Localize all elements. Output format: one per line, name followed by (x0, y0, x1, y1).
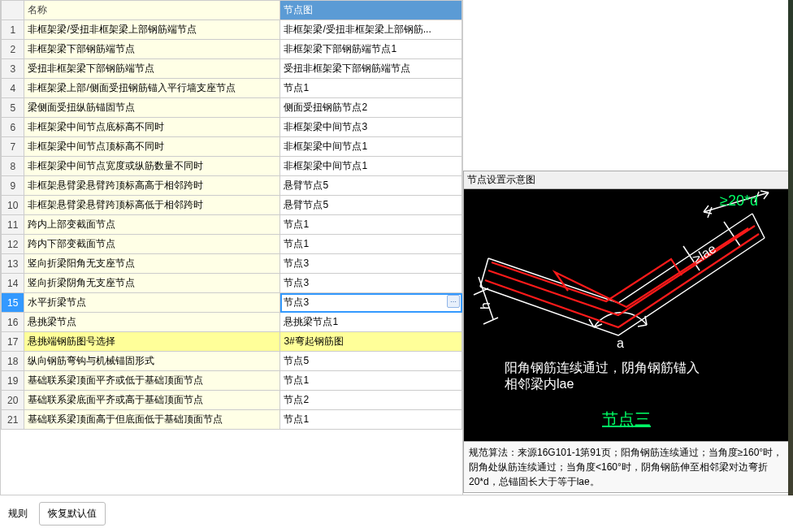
row-node-value[interactable]: 节点3 (280, 274, 462, 293)
row-node-value[interactable]: 受扭非框架梁下部钢筋端节点 (280, 59, 462, 79)
row-number: 11 (2, 215, 24, 235)
dropdown-icon[interactable]: ⋯ (447, 295, 460, 308)
row-node-value[interactable]: 节点3 (280, 254, 462, 274)
row-number: 6 (2, 118, 24, 137)
table-row[interactable]: 20基础联系梁底面平齐或高于基础顶面节点节点2 (2, 391, 462, 410)
table-row[interactable]: 13竖向折梁阳角无支座节点节点3 (2, 254, 462, 274)
table-row[interactable]: 1非框架梁/受扭非框架梁上部钢筋端节点非框架梁/受扭非框架梁上部钢筋... (2, 20, 462, 40)
col-header-name: 名称 (24, 1, 280, 20)
row-node-value[interactable]: 节点1 (280, 235, 462, 254)
row-number: 7 (2, 137, 24, 157)
row-node-value[interactable]: 非框架梁中间节点1 (280, 157, 462, 176)
row-name: 基础联系梁顶面高于但底面低于基础顶面节点 (24, 410, 280, 430)
row-name: 悬挑梁节点 (24, 313, 280, 332)
row-number: 1 (2, 20, 24, 40)
row-node-value[interactable]: 节点2 (280, 391, 462, 410)
row-node-text: 节点3 (284, 296, 309, 308)
table-row[interactable]: 6非框架梁中间节点底标高不同时非框架梁中间节点3 (2, 118, 462, 137)
row-node-value[interactable]: 节点3⋯ (280, 293, 462, 313)
row-node-text: 侧面受扭钢筋节点2 (284, 102, 367, 113)
table-row[interactable]: 9非框架悬臂梁悬臂跨顶标高高于相邻跨时悬臂节点5 (2, 176, 462, 196)
row-name: 非框架梁上部/侧面受扭钢筋锚入平行墙支座节点 (24, 79, 280, 98)
col-header-node[interactable]: 节点图 (280, 1, 462, 20)
row-number: 19 (2, 371, 24, 391)
row-number: 8 (2, 157, 24, 176)
row-name: 非框架梁中间节点顶标高不同时 (24, 137, 280, 157)
row-name: 悬挑端钢筋图号选择 (24, 332, 280, 352)
table-row[interactable]: 19基础联系梁顶面平齐或低于基础顶面节点节点1 (2, 371, 462, 391)
annot-h: h (479, 302, 492, 309)
row-number: 20 (2, 391, 24, 410)
row-number: 3 (2, 59, 24, 79)
row-node-text: 节点1 (284, 238, 309, 249)
row-node-value[interactable]: 侧面受扭钢筋节点2 (280, 98, 462, 118)
row-node-text: 悬臂节点5 (284, 199, 328, 210)
row-node-value[interactable]: 悬挑梁节点1 (280, 313, 462, 332)
diagram-desc-2: 相邻梁内lae (505, 377, 574, 391)
row-name: 跨内下部变截面节点 (24, 235, 280, 254)
diagram-area: ≥20*d ≥lae a h 阳角钢筋连续通过，阴角钢筋锚入 相邻梁内lae 节… (464, 189, 789, 441)
table-row[interactable]: 12跨内下部变截面节点节点1 (2, 235, 462, 254)
settings-table-panel: 名称 节点图 1非框架梁/受扭非框架梁上部钢筋端节点非框架梁/受扭非框架梁上部钢… (0, 0, 463, 495)
row-name: 基础联系梁底面平齐或高于基础顶面节点 (24, 391, 280, 410)
table-row[interactable]: 15水平折梁节点节点3⋯ (2, 293, 462, 313)
row-node-text: 悬挑梁节点1 (284, 316, 338, 327)
row-node-value[interactable]: 节点1 (280, 410, 462, 430)
table-row[interactable]: 16悬挑梁节点悬挑梁节点1 (2, 313, 462, 332)
row-node-value[interactable]: 3#弯起钢筋图 (280, 332, 462, 352)
rule-button[interactable]: 规则 (3, 503, 32, 525)
table-row[interactable]: 4非框架梁上部/侧面受扭钢筋锚入平行墙支座节点节点1 (2, 79, 462, 98)
row-node-value[interactable]: 非框架梁/受扭非框架梁上部钢筋... (280, 20, 462, 40)
row-node-text: 悬臂节点5 (284, 179, 328, 191)
row-number: 5 (2, 98, 24, 118)
row-node-value[interactable]: 节点5 (280, 352, 462, 371)
row-node-value[interactable]: 节点1 (280, 79, 462, 98)
row-node-value[interactable]: 节点1 (280, 215, 462, 235)
row-number: 15 (2, 293, 24, 313)
table-row[interactable]: 14竖向折梁阴角无支座节点节点3 (2, 274, 462, 293)
table-row[interactable]: 21基础联系梁顶面高于但底面低于基础顶面节点节点1 (2, 410, 462, 430)
table-row[interactable]: 17悬挑端钢筋图号选择3#弯起钢筋图 (2, 332, 462, 352)
row-number: 21 (2, 410, 24, 430)
row-node-text: 节点3 (284, 257, 309, 269)
bottom-toolbar: 规则 恢复默认值 (0, 495, 793, 532)
row-number: 17 (2, 332, 24, 352)
row-name: 竖向折梁阳角无支座节点 (24, 254, 280, 274)
row-node-value[interactable]: 悬臂节点5 (280, 196, 462, 215)
row-node-text: 节点1 (284, 374, 309, 386)
row-node-value[interactable]: 非框架梁下部钢筋端节点1 (280, 40, 462, 59)
table-row[interactable]: 3受扭非框架梁下部钢筋端节点受扭非框架梁下部钢筋端节点 (2, 59, 462, 79)
settings-table: 名称 节点图 1非框架梁/受扭非框架梁上部钢筋端节点非框架梁/受扭非框架梁上部钢… (1, 0, 462, 430)
row-number: 9 (2, 176, 24, 196)
row-node-text: 非框架梁/受扭非框架梁上部钢筋... (284, 24, 431, 35)
annot-a: a (617, 336, 624, 350)
table-row[interactable]: 5梁侧面受扭纵筋锚固节点侧面受扭钢筋节点2 (2, 98, 462, 118)
row-node-text: 节点1 (284, 413, 309, 425)
row-node-value[interactable]: 非框架梁中间节点3 (280, 118, 462, 137)
table-row[interactable]: 10非框架悬臂梁悬臂跨顶标高低于相邻跨时悬臂节点5 (2, 196, 462, 215)
row-node-value[interactable]: 节点1 (280, 371, 462, 391)
row-name: 非框架悬臂梁悬臂跨顶标高高于相邻跨时 (24, 176, 280, 196)
row-name: 竖向折梁阴角无支座节点 (24, 274, 280, 293)
table-row[interactable]: 2非框架梁下部钢筋端节点非框架梁下部钢筋端节点1 (2, 40, 462, 59)
node-diagram: ≥20*d ≥lae a h 阳角钢筋连续通过，阴角钢筋锚入 相邻梁内lae 节… (464, 189, 789, 441)
row-node-value[interactable]: 非框架梁中间节点1 (280, 137, 462, 157)
window-edge (788, 0, 793, 495)
row-node-text: 3#弯起钢筋图 (284, 335, 343, 347)
table-row[interactable]: 7非框架梁中间节点顶标高不同时非框架梁中间节点1 (2, 137, 462, 157)
restore-default-button[interactable]: 恢复默认值 (39, 502, 106, 526)
row-number: 13 (2, 254, 24, 274)
row-node-text: 节点1 (284, 82, 309, 93)
row-number: 14 (2, 274, 24, 293)
row-name: 受扭非框架梁下部钢筋端节点 (24, 59, 280, 79)
row-node-text: 非框架梁中间节点3 (284, 121, 367, 132)
row-name: 水平折梁节点 (24, 293, 280, 313)
table-row[interactable]: 18纵向钢筋弯钩与机械锚固形式节点5 (2, 352, 462, 371)
row-number: 4 (2, 79, 24, 98)
row-name: 非框架梁中间节点底标高不同时 (24, 118, 280, 137)
row-name: 非框架梁中间节点宽度或纵筋数量不同时 (24, 157, 280, 176)
table-row[interactable]: 8非框架梁中间节点宽度或纵筋数量不同时非框架梁中间节点1 (2, 157, 462, 176)
diagram-caption: 节点三 (602, 410, 651, 428)
table-row[interactable]: 11跨内上部变截面节点节点1 (2, 215, 462, 235)
row-node-value[interactable]: 悬臂节点5 (280, 176, 462, 196)
